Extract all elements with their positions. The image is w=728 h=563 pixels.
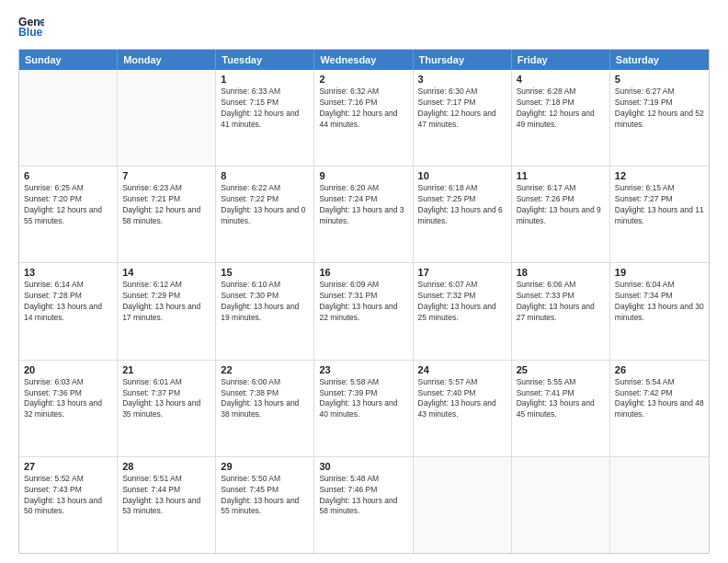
calendar-cell: 10Sunrise: 6:18 AM Sunset: 7:25 PM Dayli… bbox=[414, 167, 512, 262]
page-container: General Blue SundayMondayTuesdayWednesda… bbox=[0, 0, 728, 563]
day-number: 29 bbox=[221, 461, 309, 472]
day-number: 6 bbox=[24, 170, 112, 181]
day-header-tuesday: Tuesday bbox=[216, 50, 314, 70]
calendar-cell bbox=[118, 70, 216, 166]
day-info: Sunrise: 6:00 AM Sunset: 7:38 PM Dayligh… bbox=[221, 377, 309, 421]
calendar-row-5: 27Sunrise: 5:52 AM Sunset: 7:43 PM Dayli… bbox=[19, 457, 709, 553]
day-info: Sunrise: 5:50 AM Sunset: 7:45 PM Dayligh… bbox=[221, 474, 309, 518]
day-info: Sunrise: 6:25 AM Sunset: 7:20 PM Dayligh… bbox=[24, 183, 112, 227]
day-number: 17 bbox=[418, 267, 506, 278]
day-info: Sunrise: 6:32 AM Sunset: 7:16 PM Dayligh… bbox=[319, 86, 407, 131]
calendar-cell: 24Sunrise: 5:57 AM Sunset: 7:40 PM Dayli… bbox=[414, 361, 512, 456]
day-info: Sunrise: 5:48 AM Sunset: 7:46 PM Dayligh… bbox=[319, 474, 407, 518]
calendar-cell: 28Sunrise: 5:51 AM Sunset: 7:44 PM Dayli… bbox=[118, 457, 216, 553]
day-number: 8 bbox=[221, 170, 309, 181]
day-info: Sunrise: 6:15 AM Sunset: 7:27 PM Dayligh… bbox=[615, 183, 704, 227]
day-info: Sunrise: 6:14 AM Sunset: 7:28 PM Dayligh… bbox=[24, 280, 112, 324]
calendar-cell: 15Sunrise: 6:10 AM Sunset: 7:30 PM Dayli… bbox=[216, 263, 314, 359]
svg-text:Blue: Blue bbox=[18, 26, 43, 39]
day-info: Sunrise: 6:06 AM Sunset: 7:33 PM Dayligh… bbox=[517, 280, 605, 324]
day-info: Sunrise: 6:33 AM Sunset: 7:15 PM Dayligh… bbox=[221, 86, 309, 131]
calendar-cell: 16Sunrise: 6:09 AM Sunset: 7:31 PM Dayli… bbox=[314, 263, 413, 359]
day-header-monday: Monday bbox=[118, 50, 216, 70]
day-number: 24 bbox=[418, 364, 506, 375]
calendar-cell: 29Sunrise: 5:50 AM Sunset: 7:45 PM Dayli… bbox=[216, 457, 314, 553]
day-info: Sunrise: 6:22 AM Sunset: 7:22 PM Dayligh… bbox=[221, 183, 309, 227]
logo: General Blue bbox=[18, 14, 44, 40]
calendar-cell: 21Sunrise: 6:01 AM Sunset: 7:37 PM Dayli… bbox=[118, 361, 216, 456]
calendar-row-3: 13Sunrise: 6:14 AM Sunset: 7:28 PM Dayli… bbox=[19, 263, 709, 360]
calendar-cell: 9Sunrise: 6:20 AM Sunset: 7:24 PM Daylig… bbox=[314, 167, 413, 262]
calendar-cell: 23Sunrise: 5:58 AM Sunset: 7:39 PM Dayli… bbox=[314, 361, 413, 456]
day-header-sunday: Sunday bbox=[19, 50, 118, 70]
calendar-cell bbox=[610, 457, 709, 553]
day-info: Sunrise: 5:54 AM Sunset: 7:42 PM Dayligh… bbox=[615, 377, 704, 421]
day-info: Sunrise: 6:23 AM Sunset: 7:21 PM Dayligh… bbox=[122, 183, 210, 227]
day-number: 14 bbox=[122, 267, 210, 278]
day-number: 27 bbox=[24, 461, 112, 472]
day-info: Sunrise: 5:57 AM Sunset: 7:40 PM Dayligh… bbox=[418, 377, 506, 421]
day-info: Sunrise: 6:28 AM Sunset: 7:18 PM Dayligh… bbox=[517, 86, 605, 131]
calendar-cell: 30Sunrise: 5:48 AM Sunset: 7:46 PM Dayli… bbox=[314, 457, 413, 553]
day-number: 25 bbox=[517, 364, 605, 375]
day-number: 26 bbox=[615, 364, 704, 375]
day-info: Sunrise: 6:10 AM Sunset: 7:30 PM Dayligh… bbox=[221, 280, 309, 324]
calendar-cell: 3Sunrise: 6:30 AM Sunset: 7:17 PM Daylig… bbox=[414, 70, 512, 166]
calendar-cell: 17Sunrise: 6:07 AM Sunset: 7:32 PM Dayli… bbox=[414, 263, 512, 359]
calendar-cell: 1Sunrise: 6:33 AM Sunset: 7:15 PM Daylig… bbox=[216, 70, 314, 166]
calendar-cell: 6Sunrise: 6:25 AM Sunset: 7:20 PM Daylig… bbox=[19, 167, 118, 262]
day-info: Sunrise: 5:51 AM Sunset: 7:44 PM Dayligh… bbox=[122, 474, 210, 518]
day-info: Sunrise: 5:58 AM Sunset: 7:39 PM Dayligh… bbox=[319, 377, 407, 421]
calendar-row-1: 1Sunrise: 6:33 AM Sunset: 7:15 PM Daylig… bbox=[19, 70, 709, 167]
day-info: Sunrise: 6:17 AM Sunset: 7:26 PM Dayligh… bbox=[517, 183, 605, 227]
logo-icon: General Blue bbox=[18, 14, 44, 40]
day-header-saturday: Saturday bbox=[610, 50, 709, 70]
day-header-friday: Friday bbox=[512, 50, 610, 70]
calendar-row-2: 6Sunrise: 6:25 AM Sunset: 7:20 PM Daylig… bbox=[19, 167, 709, 263]
calendar: SundayMondayTuesdayWednesdayThursdayFrid… bbox=[18, 49, 710, 554]
day-number: 4 bbox=[517, 74, 605, 85]
page-header: General Blue bbox=[18, 14, 710, 40]
day-number: 30 bbox=[319, 461, 407, 472]
day-number: 23 bbox=[319, 364, 407, 375]
day-number: 10 bbox=[418, 170, 506, 181]
day-info: Sunrise: 6:01 AM Sunset: 7:37 PM Dayligh… bbox=[122, 377, 210, 421]
calendar-cell: 2Sunrise: 6:32 AM Sunset: 7:16 PM Daylig… bbox=[314, 70, 413, 166]
day-info: Sunrise: 5:52 AM Sunset: 7:43 PM Dayligh… bbox=[24, 474, 112, 518]
day-info: Sunrise: 6:18 AM Sunset: 7:25 PM Dayligh… bbox=[418, 183, 506, 227]
day-number: 13 bbox=[24, 267, 112, 278]
day-number: 15 bbox=[221, 267, 309, 278]
day-number: 9 bbox=[319, 170, 407, 181]
calendar-cell: 20Sunrise: 6:03 AM Sunset: 7:36 PM Dayli… bbox=[19, 361, 118, 456]
day-number: 21 bbox=[122, 364, 210, 375]
calendar-cell: 11Sunrise: 6:17 AM Sunset: 7:26 PM Dayli… bbox=[512, 167, 610, 262]
calendar-cell: 5Sunrise: 6:27 AM Sunset: 7:19 PM Daylig… bbox=[610, 70, 709, 166]
day-number: 11 bbox=[517, 170, 605, 181]
day-number: 16 bbox=[319, 267, 407, 278]
day-number: 18 bbox=[517, 267, 605, 278]
day-number: 28 bbox=[122, 461, 210, 472]
day-number: 20 bbox=[24, 364, 112, 375]
calendar-cell: 8Sunrise: 6:22 AM Sunset: 7:22 PM Daylig… bbox=[216, 167, 314, 262]
calendar-cell: 4Sunrise: 6:28 AM Sunset: 7:18 PM Daylig… bbox=[512, 70, 610, 166]
day-info: Sunrise: 6:09 AM Sunset: 7:31 PM Dayligh… bbox=[319, 280, 407, 324]
day-number: 7 bbox=[122, 170, 210, 181]
day-info: Sunrise: 6:03 AM Sunset: 7:36 PM Dayligh… bbox=[24, 377, 112, 421]
day-header-wednesday: Wednesday bbox=[314, 50, 413, 70]
day-number: 2 bbox=[319, 74, 407, 85]
day-number: 19 bbox=[615, 267, 704, 278]
calendar-cell: 27Sunrise: 5:52 AM Sunset: 7:43 PM Dayli… bbox=[19, 457, 118, 553]
calendar-header: SundayMondayTuesdayWednesdayThursdayFrid… bbox=[19, 50, 709, 70]
day-info: Sunrise: 6:27 AM Sunset: 7:19 PM Dayligh… bbox=[615, 86, 704, 131]
calendar-cell: 22Sunrise: 6:00 AM Sunset: 7:38 PM Dayli… bbox=[216, 361, 314, 456]
calendar-cell: 19Sunrise: 6:04 AM Sunset: 7:34 PM Dayli… bbox=[610, 263, 709, 359]
day-number: 1 bbox=[221, 74, 309, 85]
day-info: Sunrise: 6:20 AM Sunset: 7:24 PM Dayligh… bbox=[319, 183, 407, 227]
calendar-cell bbox=[19, 70, 118, 166]
calendar-cell: 13Sunrise: 6:14 AM Sunset: 7:28 PM Dayli… bbox=[19, 263, 118, 359]
calendar-cell: 7Sunrise: 6:23 AM Sunset: 7:21 PM Daylig… bbox=[118, 167, 216, 262]
calendar-cell: 14Sunrise: 6:12 AM Sunset: 7:29 PM Dayli… bbox=[118, 263, 216, 359]
day-info: Sunrise: 6:04 AM Sunset: 7:34 PM Dayligh… bbox=[615, 280, 704, 324]
day-info: Sunrise: 5:55 AM Sunset: 7:41 PM Dayligh… bbox=[517, 377, 605, 421]
calendar-cell: 18Sunrise: 6:06 AM Sunset: 7:33 PM Dayli… bbox=[512, 263, 610, 359]
